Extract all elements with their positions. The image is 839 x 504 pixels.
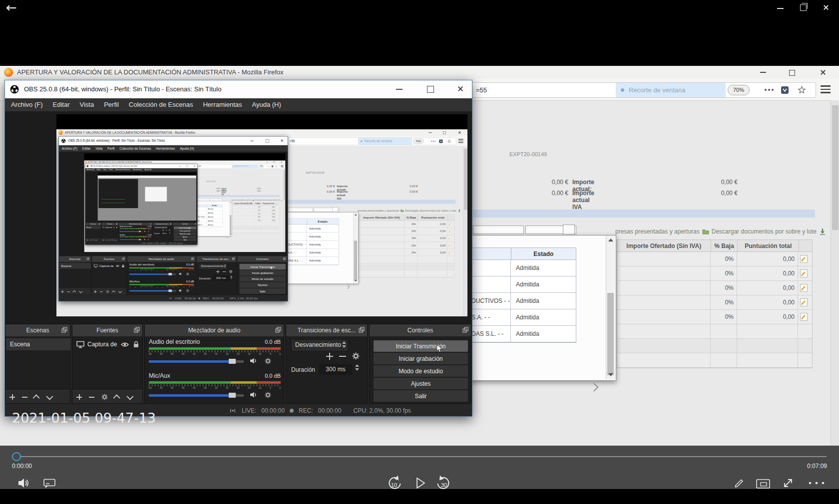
popout-icon[interactable] [116, 223, 118, 225]
bookmark-star-icon[interactable] [447, 139, 451, 143]
page-scrollbar[interactable] [283, 169, 285, 252]
obs-control-button[interactable]: Salir [374, 390, 468, 402]
volume-slider-handle[interactable] [139, 231, 140, 232]
speaker-icon[interactable] [250, 357, 258, 364]
form-button[interactable] [563, 225, 575, 235]
move-down-icon[interactable] [114, 239, 116, 241]
gear-icon[interactable] [108, 239, 110, 241]
seek-bar[interactable] [16, 456, 827, 457]
transition-select[interactable]: Desvanecimiento [154, 226, 167, 229]
scroll-up-icon[interactable] [230, 202, 231, 203]
move-up-icon[interactable] [33, 394, 40, 401]
popout-icon[interactable] [283, 257, 286, 260]
obs-control-button[interactable]: Modo de estudio [239, 276, 286, 281]
bookmark-star-icon[interactable] [276, 165, 278, 167]
gear-icon[interactable] [352, 352, 360, 360]
form-field[interactable] [473, 226, 524, 234]
edit-row-icon[interactable] [800, 269, 808, 277]
edit-row-icon[interactable] [448, 244, 452, 248]
popout-icon[interactable] [275, 327, 281, 333]
download-icon[interactable] [819, 228, 826, 235]
select-spinner-icon[interactable] [342, 341, 346, 348]
page-scrollbar-thumb[interactable] [284, 170, 285, 200]
obs-maximize-button[interactable] [266, 139, 269, 143]
firefox-close-button[interactable] [820, 69, 826, 75]
obs-menu-item[interactable]: Vista [80, 98, 94, 111]
popout-icon[interactable] [359, 327, 365, 333]
edit-row-icon[interactable] [276, 220, 278, 222]
app-minimize-button[interactable] [777, 8, 784, 9]
download-link[interactable]: Descargar documentos por sobre y lote [255, 200, 280, 201]
volume-slider-handle[interactable] [229, 393, 236, 398]
remove-icon[interactable] [22, 397, 27, 398]
gear-icon[interactable] [265, 358, 271, 364]
scene-item[interactable]: Escena [85, 226, 101, 229]
obs-menu-item[interactable]: Ayuda (H) [252, 98, 281, 111]
obs-minimize-button[interactable] [250, 141, 253, 141]
transition-select[interactable]: Desvanecimiento [291, 339, 348, 351]
obs-menu-item[interactable]: Perfil [107, 145, 115, 152]
move-down-icon[interactable] [46, 393, 53, 400]
menu-hamburger-icon[interactable] [281, 165, 284, 168]
move-up-icon[interactable] [111, 240, 113, 241]
edit-row-icon[interactable] [800, 313, 808, 321]
edit-row-icon[interactable] [448, 251, 452, 254]
obs-maximize-button[interactable] [187, 165, 188, 167]
fullscreen-icon[interactable] [782, 477, 794, 489]
firefox-close-button[interactable] [281, 161, 282, 163]
gear-icon[interactable] [106, 290, 109, 293]
duration-spinner-icon[interactable] [355, 364, 366, 371]
obs-close-button[interactable] [457, 86, 463, 92]
scroll-down-icon[interactable] [355, 280, 357, 281]
transition-select[interactable]: Desvanecimiento [199, 263, 227, 269]
obs-menu-item[interactable]: Herramientas [156, 145, 175, 152]
obs-control-button[interactable]: Iniciar grabación [239, 270, 286, 275]
lock-icon[interactable] [116, 227, 117, 228]
edit-row-icon[interactable] [276, 210, 278, 212]
next-chevron-icon[interactable] [592, 382, 599, 392]
miniplayer-icon[interactable] [756, 479, 770, 489]
folder-icon[interactable] [253, 200, 254, 201]
remove-icon[interactable] [67, 291, 70, 292]
add-icon[interactable] [76, 394, 82, 400]
lock-icon[interactable] [121, 264, 124, 267]
select-spinner-icon[interactable] [166, 227, 167, 228]
obs-control-button[interactable]: Ajustes [239, 282, 286, 288]
form-field[interactable] [198, 199, 210, 201]
volume-slider-handle[interactable] [168, 273, 172, 275]
popout-icon[interactable] [61, 327, 67, 333]
firefox-minimize-button[interactable] [429, 132, 432, 133]
gear-icon[interactable] [186, 289, 189, 292]
remove-transition-icon[interactable] [223, 271, 226, 272]
volume-icon[interactable] [18, 478, 31, 489]
page-scrollbar-thumb[interactable] [464, 149, 467, 210]
next-chevron-icon[interactable] [347, 284, 350, 289]
scene-item[interactable]: Escena [6, 338, 70, 350]
download-link[interactable]: Descargar documentos por sobre y lote [712, 228, 817, 235]
scrollbar-thumb[interactable] [607, 293, 614, 375]
seek-knob[interactable] [12, 452, 21, 461]
obs-control-button[interactable]: Ajustes [374, 378, 468, 389]
bookmark-star-icon[interactable] [798, 86, 806, 94]
edit-row-icon[interactable] [800, 298, 808, 306]
popup-scrollbar[interactable] [353, 213, 358, 283]
next-chevron-icon[interactable] [226, 237, 228, 239]
zoom-level-badge[interactable]: 70% [413, 139, 424, 144]
popout-icon[interactable] [134, 327, 140, 333]
scroll-up-icon[interactable] [355, 214, 357, 216]
skip-back-10-icon[interactable]: 10 [386, 476, 403, 491]
move-up-icon[interactable] [112, 290, 115, 294]
obs-control-button[interactable]: Salir [239, 288, 286, 294]
window-capture-chip[interactable]: Recorte de ventana [616, 83, 726, 97]
obs-menu-item[interactable]: Ayuda (H) [180, 145, 194, 152]
add-transition-icon[interactable] [162, 230, 164, 231]
app-restore-button[interactable] [800, 4, 807, 11]
add-icon[interactable] [94, 290, 96, 293]
source-item[interactable]: Captura de [101, 226, 118, 229]
page-scrollbar[interactable] [463, 146, 467, 316]
scroll-down-icon[interactable] [608, 373, 613, 376]
duration-spinner-icon[interactable] [169, 232, 172, 234]
obs-menu-item[interactable]: Perfil [104, 98, 119, 111]
obs-control-button[interactable]: Modo de estudio [174, 233, 196, 236]
obs-menu-item[interactable]: Vista [95, 145, 102, 152]
